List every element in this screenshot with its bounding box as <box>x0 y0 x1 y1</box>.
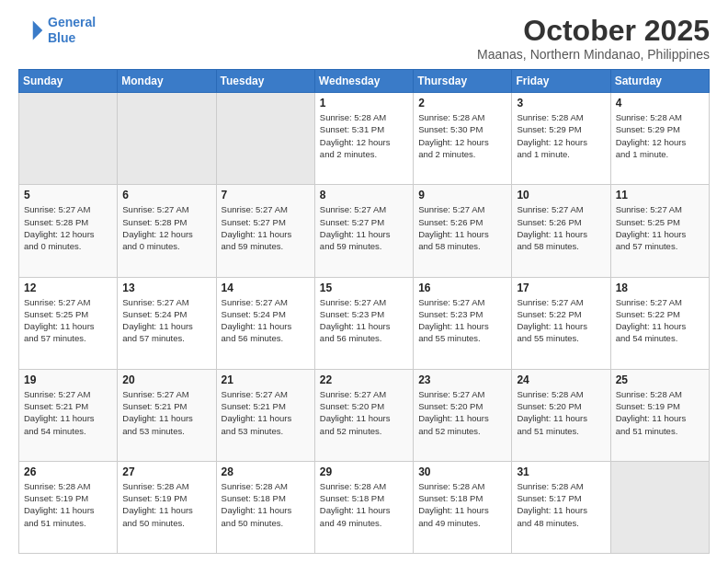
day-cell: 21Sunrise: 5:27 AM Sunset: 5:21 PM Dayli… <box>216 369 314 461</box>
day-info: Sunrise: 5:28 AM Sunset: 5:31 PM Dayligh… <box>320 111 408 160</box>
day-cell: 16Sunrise: 5:27 AM Sunset: 5:23 PM Dayli… <box>414 277 512 369</box>
day-info: Sunrise: 5:27 AM Sunset: 5:28 PM Dayligh… <box>24 203 112 252</box>
month-title: October 2025 <box>477 15 710 47</box>
day-info: Sunrise: 5:28 AM Sunset: 5:19 PM Dayligh… <box>24 480 112 529</box>
day-cell: 20Sunrise: 5:27 AM Sunset: 5:21 PM Dayli… <box>118 369 216 461</box>
day-info: Sunrise: 5:27 AM Sunset: 5:27 PM Dayligh… <box>222 203 310 252</box>
day-info: Sunrise: 5:27 AM Sunset: 5:26 PM Dayligh… <box>418 203 506 252</box>
day-number: 15 <box>320 282 408 294</box>
header-row: Sunday Monday Tuesday Wednesday Thursday… <box>19 70 710 93</box>
day-number: 20 <box>122 373 210 386</box>
day-cell: 26Sunrise: 5:28 AM Sunset: 5:19 PM Dayli… <box>19 461 118 553</box>
day-info: Sunrise: 5:27 AM Sunset: 5:23 PM Dayligh… <box>320 296 408 345</box>
day-number: 25 <box>616 373 704 386</box>
day-info: Sunrise: 5:27 AM Sunset: 5:24 PM Dayligh… <box>222 296 310 345</box>
day-info: Sunrise: 5:27 AM Sunset: 5:21 PM Dayligh… <box>222 388 310 437</box>
day-number: 4 <box>616 97 704 109</box>
day-number: 6 <box>122 189 210 201</box>
day-cell: 10Sunrise: 5:27 AM Sunset: 5:26 PM Dayli… <box>512 185 610 277</box>
day-info: Sunrise: 5:28 AM Sunset: 5:29 PM Dayligh… <box>517 111 605 160</box>
day-cell: 17Sunrise: 5:27 AM Sunset: 5:22 PM Dayli… <box>512 277 610 369</box>
day-cell: 14Sunrise: 5:27 AM Sunset: 5:24 PM Dayli… <box>216 277 314 369</box>
day-number: 9 <box>418 189 506 201</box>
day-number: 3 <box>517 97 605 109</box>
day-info: Sunrise: 5:28 AM Sunset: 5:19 PM Dayligh… <box>616 388 704 437</box>
day-info: Sunrise: 5:27 AM Sunset: 5:25 PM Dayligh… <box>24 296 112 345</box>
day-cell: 9Sunrise: 5:27 AM Sunset: 5:26 PM Daylig… <box>414 185 512 277</box>
day-cell: 13Sunrise: 5:27 AM Sunset: 5:24 PM Dayli… <box>118 277 216 369</box>
day-cell: 29Sunrise: 5:28 AM Sunset: 5:18 PM Dayli… <box>314 461 413 553</box>
title-block: October 2025 Maanas, Northern Mindanao, … <box>477 15 710 62</box>
logo: General Blue <box>18 15 96 46</box>
day-number: 8 <box>320 189 408 201</box>
day-info: Sunrise: 5:27 AM Sunset: 5:23 PM Dayligh… <box>418 296 506 345</box>
day-number: 23 <box>418 373 506 386</box>
day-number: 5 <box>24 189 112 201</box>
week-row-1: 1Sunrise: 5:28 AM Sunset: 5:31 PM Daylig… <box>19 93 710 185</box>
day-number: 29 <box>320 465 408 478</box>
day-cell: 25Sunrise: 5:28 AM Sunset: 5:19 PM Dayli… <box>610 369 709 461</box>
day-cell: 18Sunrise: 5:27 AM Sunset: 5:22 PM Dayli… <box>610 277 709 369</box>
day-info: Sunrise: 5:27 AM Sunset: 5:21 PM Dayligh… <box>122 388 210 437</box>
day-info: Sunrise: 5:27 AM Sunset: 5:25 PM Dayligh… <box>616 203 704 252</box>
day-number: 11 <box>616 189 704 201</box>
day-info: Sunrise: 5:27 AM Sunset: 5:22 PM Dayligh… <box>517 296 605 345</box>
day-number: 28 <box>222 465 310 478</box>
day-number: 31 <box>517 465 605 478</box>
day-cell: 31Sunrise: 5:28 AM Sunset: 5:17 PM Dayli… <box>512 461 610 553</box>
day-number: 7 <box>222 189 310 201</box>
day-number: 30 <box>418 465 506 478</box>
day-cell <box>610 461 709 553</box>
day-number: 13 <box>122 282 210 294</box>
day-info: Sunrise: 5:27 AM Sunset: 5:27 PM Dayligh… <box>320 203 408 252</box>
day-cell: 22Sunrise: 5:27 AM Sunset: 5:20 PM Dayli… <box>314 369 413 461</box>
day-info: Sunrise: 5:28 AM Sunset: 5:18 PM Dayligh… <box>222 480 310 529</box>
day-number: 22 <box>320 373 408 386</box>
day-info: Sunrise: 5:27 AM Sunset: 5:22 PM Dayligh… <box>616 296 704 345</box>
logo-icon <box>18 17 44 43</box>
day-number: 2 <box>418 97 506 109</box>
day-number: 19 <box>24 373 112 386</box>
week-row-4: 19Sunrise: 5:27 AM Sunset: 5:21 PM Dayli… <box>19 369 710 461</box>
day-info: Sunrise: 5:28 AM Sunset: 5:18 PM Dayligh… <box>320 480 408 529</box>
day-number: 12 <box>24 282 112 294</box>
day-cell: 5Sunrise: 5:27 AM Sunset: 5:28 PM Daylig… <box>19 185 118 277</box>
day-cell: 7Sunrise: 5:27 AM Sunset: 5:27 PM Daylig… <box>216 185 314 277</box>
day-info: Sunrise: 5:28 AM Sunset: 5:17 PM Dayligh… <box>517 480 605 529</box>
day-info: Sunrise: 5:28 AM Sunset: 5:18 PM Dayligh… <box>418 480 506 529</box>
day-info: Sunrise: 5:27 AM Sunset: 5:21 PM Dayligh… <box>24 388 112 437</box>
col-wednesday: Wednesday <box>314 70 413 93</box>
calendar-page: General Blue October 2025 Maanas, Northe… <box>0 0 728 563</box>
day-info: Sunrise: 5:27 AM Sunset: 5:26 PM Dayligh… <box>517 203 605 252</box>
day-number: 10 <box>517 189 605 201</box>
col-monday: Monday <box>118 70 216 93</box>
day-number: 1 <box>320 97 408 109</box>
day-cell: 28Sunrise: 5:28 AM Sunset: 5:18 PM Dayli… <box>216 461 314 553</box>
day-cell: 8Sunrise: 5:27 AM Sunset: 5:27 PM Daylig… <box>314 185 413 277</box>
day-info: Sunrise: 5:27 AM Sunset: 5:24 PM Dayligh… <box>122 296 210 345</box>
col-friday: Friday <box>512 70 610 93</box>
day-cell: 3Sunrise: 5:28 AM Sunset: 5:29 PM Daylig… <box>512 93 610 185</box>
day-cell: 12Sunrise: 5:27 AM Sunset: 5:25 PM Dayli… <box>19 277 118 369</box>
day-cell: 11Sunrise: 5:27 AM Sunset: 5:25 PM Dayli… <box>610 185 709 277</box>
day-cell <box>19 93 118 185</box>
day-number: 17 <box>517 282 605 294</box>
day-cell: 6Sunrise: 5:27 AM Sunset: 5:28 PM Daylig… <box>118 185 216 277</box>
day-cell: 23Sunrise: 5:27 AM Sunset: 5:20 PM Dayli… <box>414 369 512 461</box>
calendar-table: Sunday Monday Tuesday Wednesday Thursday… <box>18 69 710 554</box>
day-cell: 2Sunrise: 5:28 AM Sunset: 5:30 PM Daylig… <box>414 93 512 185</box>
day-cell <box>216 93 314 185</box>
day-number: 14 <box>222 282 310 294</box>
day-number: 21 <box>222 373 310 386</box>
day-info: Sunrise: 5:27 AM Sunset: 5:28 PM Dayligh… <box>122 203 210 252</box>
day-cell: 30Sunrise: 5:28 AM Sunset: 5:18 PM Dayli… <box>414 461 512 553</box>
day-number: 27 <box>122 465 210 478</box>
day-cell: 19Sunrise: 5:27 AM Sunset: 5:21 PM Dayli… <box>19 369 118 461</box>
day-info: Sunrise: 5:27 AM Sunset: 5:20 PM Dayligh… <box>320 388 408 437</box>
col-thursday: Thursday <box>414 70 512 93</box>
day-cell <box>118 93 216 185</box>
day-cell: 15Sunrise: 5:27 AM Sunset: 5:23 PM Dayli… <box>314 277 413 369</box>
day-cell: 27Sunrise: 5:28 AM Sunset: 5:19 PM Dayli… <box>118 461 216 553</box>
day-cell: 1Sunrise: 5:28 AM Sunset: 5:31 PM Daylig… <box>314 93 413 185</box>
week-row-3: 12Sunrise: 5:27 AM Sunset: 5:25 PM Dayli… <box>19 277 710 369</box>
